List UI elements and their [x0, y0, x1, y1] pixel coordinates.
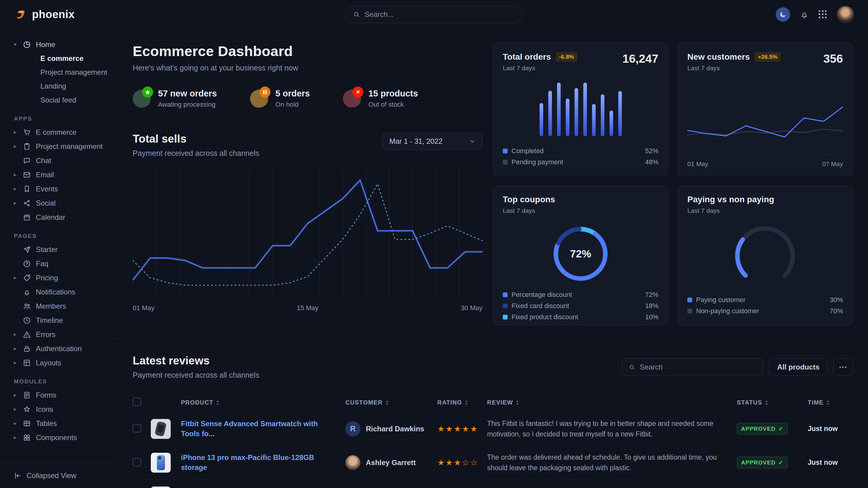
customer-name: Richard Dawkins — [366, 425, 424, 433]
sidebar-item-landing[interactable]: Landing — [14, 79, 109, 93]
total-sells-title: Total sells — [133, 133, 259, 145]
sort-icon — [826, 400, 830, 405]
reviews-search-input[interactable] — [640, 363, 757, 371]
sidebar-section-label: PAGES — [14, 233, 109, 239]
sidebar-item-social-feed[interactable]: Social feed — [14, 93, 109, 107]
apps-grid-button[interactable] — [818, 10, 827, 19]
customer-avatar: R — [345, 421, 361, 436]
sidebar-home-label: Home — [36, 40, 55, 49]
sidebar-item-social[interactable]: ▸ Social — [14, 196, 109, 210]
sidebar-item-email[interactable]: ▸ Email — [14, 168, 109, 182]
product-thumbnail — [151, 419, 171, 439]
sidebar-item-pricing[interactable]: ▸ Pricing — [14, 271, 109, 285]
product-link[interactable]: iPhone 13 pro max-Pacific Blue-128GB sto… — [181, 453, 345, 472]
column-header-rating[interactable]: RATING — [437, 399, 487, 406]
sidebar-item-e-commerce[interactable]: E commerce — [14, 52, 109, 65]
nc-axis-start: 01 May — [687, 160, 708, 168]
sidebar-item-calendar[interactable]: Calendar — [14, 210, 109, 224]
bar — [610, 110, 613, 136]
more-options-button[interactable]: ⋯ — [833, 358, 853, 376]
product-thumbnail — [151, 453, 171, 473]
all-products-button[interactable]: All products — [769, 358, 828, 376]
notifications-button[interactable] — [800, 10, 809, 19]
sidebar-item-errors[interactable]: ▸ Errors — [14, 327, 109, 341]
bar — [548, 91, 552, 136]
layout-icon — [23, 359, 32, 367]
stat-on-hold: 5 ordersOn hold — [250, 89, 310, 108]
lock-icon — [23, 345, 32, 353]
reviews-table-head: PRODUCTCUSTOMERRATINGREVIEWSTATUSTIME — [133, 393, 853, 412]
sidebar-item-chat[interactable]: Chat — [14, 154, 109, 168]
row-checkbox[interactable] — [133, 424, 141, 432]
date-range-select[interactable]: Mar 1 - 31, 2022 — [382, 133, 483, 150]
bar — [557, 83, 561, 136]
sidebar-item-members[interactable]: Members — [14, 299, 109, 313]
top-navbar: phoenix — [0, 0, 868, 29]
sidebar-item-events[interactable]: ▸ Events — [14, 182, 109, 196]
sidebar-item-layouts[interactable]: ▸ Layouts — [14, 356, 109, 370]
brand[interactable]: phoenix — [14, 8, 75, 21]
reviews-subtitle: Payment received across all channels — [133, 371, 259, 380]
axis-label-end: 30 May — [461, 304, 483, 312]
orders-bar-chart — [503, 83, 658, 136]
review-text: The order was delivered ahead of schedul… — [487, 452, 737, 473]
sidebar-item-starter[interactable]: Starter — [14, 242, 109, 257]
sidebar-item-authentication[interactable]: ▸ Authentication — [14, 341, 109, 356]
new-customers-value: 356 — [824, 52, 843, 65]
reviews-table: PRODUCTCUSTOMERRATINGREVIEWSTATUSTIME Fi… — [133, 393, 853, 488]
sidebar-item-timeline[interactable]: Timeline — [14, 313, 109, 327]
page-title: Ecommerce Dashboard — [133, 43, 483, 59]
column-header-product[interactable]: PRODUCT — [181, 399, 345, 406]
customer-avatar — [345, 455, 361, 470]
sort-icon — [765, 400, 768, 405]
caret-right-icon: ▸ — [14, 406, 19, 412]
paying-legend: Paying customer 30% Non-paying customer … — [687, 294, 843, 317]
column-header-review[interactable]: REVIEW — [487, 399, 737, 406]
sidebar-item-forms[interactable]: ▸ Forms — [14, 388, 109, 402]
navbar-search[interactable] — [345, 6, 523, 23]
sidebar-item-project-management[interactable]: Project management — [14, 65, 109, 79]
date-range-value: Mar 1 - 31, 2022 — [390, 137, 442, 145]
caret-right-icon: ▸ — [14, 346, 19, 352]
coupons-donut: 72% — [550, 223, 612, 285]
sidebar-item-icons[interactable]: ▸ Icons — [14, 402, 109, 416]
product-link[interactable]: Fitbit Sense Advanced Smartwatch with To… — [181, 419, 345, 438]
collapse-view-button[interactable]: Collapsed View — [0, 463, 114, 488]
legend-row: Completed 52% — [503, 145, 658, 157]
theme-toggle-button[interactable] — [776, 7, 790, 22]
sidebar-item-tables[interactable]: ▸ Tables — [14, 416, 109, 430]
reviews-search[interactable] — [622, 358, 764, 376]
column-header-customer[interactable]: CUSTOMER — [345, 399, 437, 406]
share-icon — [23, 199, 32, 207]
page-subtitle: Here's what's going on at your business … — [133, 64, 483, 72]
sidebar-item-components[interactable]: ▸ Components — [14, 430, 109, 445]
users-icon — [23, 302, 32, 310]
sidebar-item-project-management[interactable]: ▸ Project management — [14, 139, 109, 154]
user-avatar[interactable] — [837, 6, 854, 23]
donut-center-label: 72% — [550, 223, 612, 285]
column-header-status[interactable]: STATUS — [737, 399, 808, 406]
sidebar-item-faq[interactable]: Faq — [14, 257, 109, 271]
collapse-icon — [14, 472, 22, 480]
select-all-checkbox[interactable] — [133, 398, 141, 406]
rating-stars: ★★★☆☆ — [437, 458, 487, 467]
row-checkbox[interactable] — [133, 458, 141, 466]
sort-icon — [465, 400, 468, 405]
caret-right-icon: ▸ — [14, 392, 19, 398]
top-coupons-title: Top coupons — [503, 195, 555, 204]
sidebar-item-e-commerce[interactable]: ▸ E commerce — [14, 125, 109, 139]
forms-icon — [23, 391, 32, 399]
bar — [539, 103, 543, 136]
paying-title: Paying vs non paying — [687, 195, 774, 204]
latest-reviews-section: Latest reviews Payment received across a… — [115, 338, 868, 488]
column-header-time[interactable]: TIME — [808, 399, 853, 406]
bell-icon — [800, 10, 809, 19]
sidebar-item-home[interactable]: ▾ Home — [14, 37, 109, 52]
bar — [566, 99, 569, 136]
navbar-search-input[interactable] — [365, 10, 515, 19]
new-customers-card: New customers +26.5% Last 7 days 356 01 … — [677, 43, 853, 176]
chat-icon — [23, 157, 32, 165]
sidebar-item-notifications[interactable]: Notifications — [14, 285, 109, 299]
moon-icon — [779, 10, 787, 19]
stats-row: ★ 57 new ordersAwating processing 5 orde… — [133, 89, 483, 108]
